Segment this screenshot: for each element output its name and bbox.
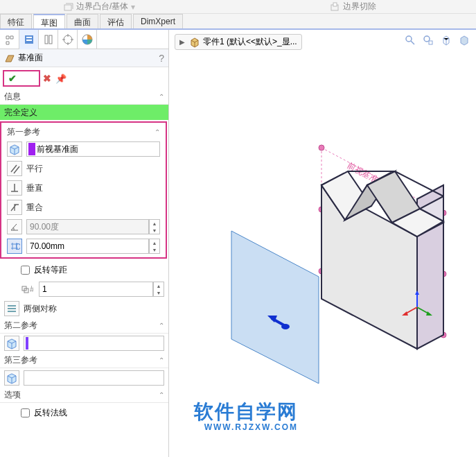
ref1-perpendicular-row[interactable]: 垂直 xyxy=(3,178,164,198)
svg-point-25 xyxy=(281,324,290,329)
face-icon xyxy=(8,143,21,155)
mirror-icon xyxy=(6,303,17,314)
feature-title: 基准面 xyxy=(18,52,43,64)
svg-rect-6 xyxy=(45,35,48,44)
tab-evaluate[interactable]: 评估 xyxy=(100,14,132,28)
options-header[interactable]: 选项 ⌃ xyxy=(0,388,168,403)
graphics-area[interactable]: ▶ 零件1 (默认<<默认>_显... xyxy=(169,30,476,457)
config-icon xyxy=(42,33,55,46)
ref1-face-button[interactable] xyxy=(7,141,22,157)
svg-point-14 xyxy=(406,36,412,42)
offset-icon: D1 xyxy=(9,241,20,252)
ref1-selection[interactable]: 前视基准面 xyxy=(26,141,160,157)
parallel-icon xyxy=(9,163,20,174)
3d-viewport[interactable]: 前视基准面 xyxy=(169,44,474,432)
cut-command[interactable]: 边界切除 xyxy=(329,1,376,12)
svg-rect-4 xyxy=(26,37,32,38)
panel-tab-feature-tree[interactable] xyxy=(0,30,19,49)
panel-tab-appearance[interactable] xyxy=(78,30,97,49)
coincident-icon-button[interactable] xyxy=(7,200,22,215)
ref3-selection[interactable] xyxy=(24,370,164,386)
ref2-header[interactable]: 第二参考 ⌃ xyxy=(0,318,168,334)
svg-text:#: # xyxy=(30,284,33,294)
command-tabs: 特征 草图 曲面 评估 DimXpert xyxy=(0,14,476,30)
face-icon xyxy=(6,337,18,350)
ref3-face-button[interactable] xyxy=(4,370,19,386)
ref1-reverse-row[interactable]: 反转等距 xyxy=(0,260,168,279)
svg-point-17 xyxy=(319,145,324,150)
ref1-offset-row: D1 ▲▼ xyxy=(3,236,164,256)
angle-spinner[interactable]: ▲▼ xyxy=(149,219,160,234)
tab-surface[interactable]: 曲面 xyxy=(67,14,98,28)
ok-button[interactable]: ✔ xyxy=(8,73,17,84)
angle-icon xyxy=(9,221,20,232)
appearance-icon xyxy=(81,33,94,46)
watermark: 软件自学网 WWW.RJZXW.COM xyxy=(194,399,298,432)
perpendicular-icon xyxy=(9,182,20,193)
ref1-coincident-row[interactable]: 重合 xyxy=(3,198,164,217)
boss-icon xyxy=(62,1,73,12)
tree-icon xyxy=(3,33,16,46)
angle-input[interactable] xyxy=(26,219,149,234)
ribbon-top: 边界凸台/基体▾ 边界切除 xyxy=(0,0,476,14)
info-value: 完全定义 xyxy=(0,105,168,120)
panel-tab-property[interactable] xyxy=(19,30,39,49)
offset-icon-button[interactable]: D1 xyxy=(7,239,22,254)
help-button[interactable]: ? xyxy=(159,53,164,64)
ref2-face-button[interactable] xyxy=(4,336,19,351)
offset-input[interactable] xyxy=(26,239,149,254)
svg-text:D1: D1 xyxy=(15,242,20,252)
coincident-icon xyxy=(9,202,20,213)
preview-plane[interactable] xyxy=(231,231,319,383)
info-header[interactable]: 信息 ⌃ xyxy=(0,89,168,105)
chevron-up-icon: ⌃ xyxy=(159,93,164,101)
solid-body[interactable] xyxy=(321,148,443,349)
ref1-selection-row: 前视基准面 xyxy=(3,139,164,159)
ref3-header[interactable]: 第三参考 ⌃ xyxy=(0,353,168,368)
ref1-parallel-row[interactable]: 平行 xyxy=(3,159,164,178)
offset-spinner[interactable]: ▲▼ xyxy=(149,239,160,254)
plane-icon xyxy=(4,53,15,63)
selection-swatch xyxy=(26,337,28,350)
svg-rect-7 xyxy=(49,35,52,44)
cut-icon xyxy=(329,1,340,12)
ref3-selection-row xyxy=(0,368,168,388)
count-icon: # xyxy=(19,284,35,295)
selection-swatch xyxy=(28,143,35,155)
mirror-icon-button[interactable] xyxy=(4,301,19,316)
reverse-checkbox[interactable] xyxy=(21,266,30,275)
chevron-up-icon: ⌃ xyxy=(155,128,160,136)
feature-title-row: 基准面 ? xyxy=(0,49,168,67)
svg-rect-0 xyxy=(64,5,71,10)
svg-rect-2 xyxy=(333,3,337,6)
count-input[interactable] xyxy=(39,282,153,297)
boss-command[interactable]: 边界凸台/基体▾ xyxy=(62,1,135,12)
ref1-highlight: 第一参考 ⌃ 前视基准面 平行 垂直 重合 xyxy=(0,121,167,259)
panel-tab-dim[interactable] xyxy=(58,30,78,49)
cancel-button[interactable]: ✖ xyxy=(43,73,51,84)
ref1-header[interactable]: 第一参考 ⌃ xyxy=(3,124,164,139)
face-icon xyxy=(6,372,18,384)
flip-normal-row[interactable]: 反转法线 xyxy=(0,403,168,422)
count-spinner[interactable]: ▲▼ xyxy=(153,282,164,297)
tab-feature[interactable]: 特征 xyxy=(0,14,32,28)
ref2-selection[interactable] xyxy=(24,336,164,351)
perpendicular-icon-button[interactable] xyxy=(7,180,22,196)
panel-mode-tabs xyxy=(0,30,168,49)
tab-sketch[interactable]: 草图 xyxy=(33,14,65,28)
ref1-count-row: # ▲▼ xyxy=(0,279,168,299)
property-panel: 基准面 ? ✔ ✖ 📌 信息 ⌃ 完全定义 第一参考 ⌃ xyxy=(0,30,169,457)
parallel-icon-button[interactable] xyxy=(7,161,22,176)
ref2-selection-row xyxy=(0,334,168,353)
target-icon xyxy=(62,33,74,46)
flip-normal-checkbox[interactable] xyxy=(21,408,30,417)
chevron-up-icon: ⌃ xyxy=(159,356,164,364)
ref1-mirror-row[interactable]: 两侧对称 xyxy=(0,299,168,318)
confirm-bar: ✔ ✖ 📌 xyxy=(0,67,168,89)
pin-button[interactable]: 📌 xyxy=(55,74,67,84)
chevron-up-icon: ⌃ xyxy=(159,322,164,329)
angle-icon-button[interactable] xyxy=(7,219,22,234)
chevron-up-icon: ⌃ xyxy=(159,391,164,399)
panel-tab-config[interactable] xyxy=(39,30,58,49)
tab-dimxpert[interactable]: DimXpert xyxy=(133,14,183,28)
